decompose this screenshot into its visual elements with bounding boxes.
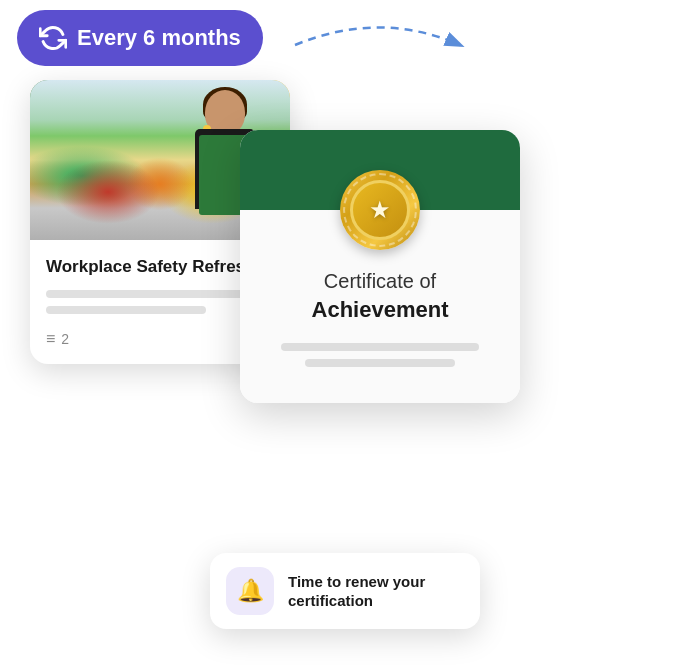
list-icon: ≡ [46, 330, 55, 348]
achievement-medal: ★ [340, 170, 420, 250]
lesson-count: 2 [61, 331, 69, 347]
certificate-header: ★ [240, 130, 520, 210]
notification-text: Time to renew your certification [288, 572, 464, 611]
cert-line-2 [305, 359, 456, 367]
frequency-badge-text: Every 6 months [77, 25, 241, 51]
course-line-2 [46, 306, 206, 314]
notification-icon-wrap: 🔔 [226, 567, 274, 615]
refresh-icon [39, 24, 67, 52]
medal-star-icon: ★ [369, 196, 391, 224]
bell-icon: 🔔 [237, 578, 264, 604]
cert-line-1 [281, 343, 478, 351]
scene: Every 6 months Workplace Safety Refreshe… [0, 0, 698, 669]
cert-lines [264, 343, 496, 367]
certificate-card: ★ Certificate of Achievement [240, 130, 520, 403]
course-line-1 [46, 290, 251, 298]
cert-subtitle: Achievement [264, 297, 496, 323]
notification-badge: 🔔 Time to renew your certification [210, 553, 480, 629]
medal-outer: ★ [340, 170, 420, 250]
cert-title: Certificate of [264, 270, 496, 293]
frequency-badge: Every 6 months [17, 10, 263, 66]
